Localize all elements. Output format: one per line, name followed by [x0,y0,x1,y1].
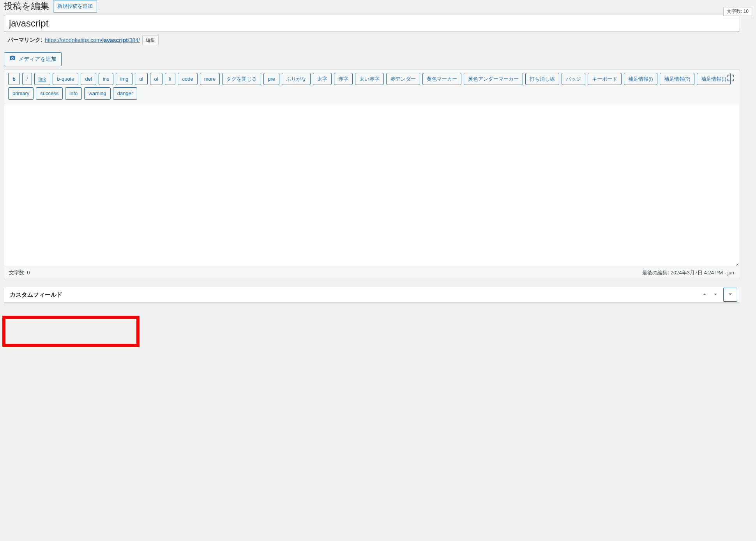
qt-ins-button[interactable]: ins [99,73,114,85]
chevron-down-icon [712,291,719,299]
qt-danger-button[interactable]: danger [113,87,137,99]
post-title-input[interactable] [4,15,739,32]
qt-more-button[interactable]: more [200,73,220,85]
toggle-panel-button[interactable] [723,288,737,302]
qt-ol-button[interactable]: ol [150,73,163,85]
qt-yellowundermarker-button[interactable]: 黄色アンダーマーカー [464,73,523,85]
char-count-indicator: 文字数: 10 [723,7,752,16]
qt-info-q-button[interactable]: 補足情報(?) [660,73,695,85]
editor-container: b i link b-quote del ins img ul ol li co… [4,69,739,279]
chevron-up-icon [701,291,708,299]
camera-icon [9,54,16,64]
qt-warning-button[interactable]: warning [84,87,111,99]
qt-bquote-button[interactable]: b-quote [53,73,78,85]
quicktags-toolbar: b i link b-quote del ins img ul ol li co… [4,70,739,103]
qt-keyboard-button[interactable]: キーボード [588,73,622,85]
qt-closetags-button[interactable]: タグを閉じる [222,73,261,85]
qt-furigana-button[interactable]: ふりがな [282,73,311,85]
qt-link-button[interactable]: link [34,73,51,85]
triangle-down-icon [727,291,734,299]
qt-red-button[interactable]: 赤字 [334,73,353,85]
qt-pre-button[interactable]: pre [263,73,279,85]
page-title: 投稿を編集 [4,0,49,12]
editor-status-bar: 文字数: 0 最後の編集: 2024年3月7日 4:24 PM - jun [4,267,739,279]
add-media-button[interactable]: メディアを追加 [4,52,62,66]
qt-li-button[interactable]: li [165,73,176,85]
add-new-post-button[interactable]: 新規投稿を追加 [53,0,97,12]
custom-fields-title: カスタムフィールド [4,287,68,302]
qt-info-button[interactable]: info [65,87,82,99]
qt-info-i-button[interactable]: 補足情報(i) [624,73,657,85]
qt-strikeline-button[interactable]: 打ち消し線 [525,73,559,85]
qt-ul-button[interactable]: ul [135,73,147,85]
qt-success-button[interactable]: success [36,87,63,99]
qt-b-button[interactable]: b [8,73,20,85]
qt-info-ex-button[interactable]: 補足情報(!) [697,73,730,85]
qt-primary-button[interactable]: primary [8,87,34,99]
qt-redunder-button[interactable]: 赤アンダー [386,73,420,85]
fullscreen-icon[interactable] [726,74,735,82]
qt-code-button[interactable]: code [178,73,197,85]
custom-fields-postbox: カスタムフィールド [4,287,739,303]
qt-i-button[interactable]: i [22,73,32,85]
permalink-link[interactable]: https://otodoketips.com/javascript/384/ [45,37,140,43]
move-up-button[interactable] [699,289,710,301]
qt-yellowmarker-button[interactable]: 黄色マーカー [422,73,461,85]
qt-img-button[interactable]: img [116,73,132,85]
add-media-label: メディアを追加 [18,54,57,64]
content-textarea[interactable] [4,103,739,267]
qt-del-button[interactable]: del [81,73,96,85]
move-down-button[interactable] [710,289,721,301]
permalink-label: パーマリンク: [8,37,42,44]
permalink-row: パーマリンク: https://otodoketips.com/javascri… [4,32,752,45]
qt-boldred-button[interactable]: 太い赤字 [355,73,384,85]
word-count: 文字数: 0 [9,269,30,276]
qt-badge-button[interactable]: バッジ [562,73,585,85]
qt-bold-jp-button[interactable]: 太字 [313,73,332,85]
edit-permalink-button[interactable]: 編集 [142,35,159,45]
last-edit-info: 最後の編集: 2024年3月7日 4:24 PM - jun [642,269,734,276]
